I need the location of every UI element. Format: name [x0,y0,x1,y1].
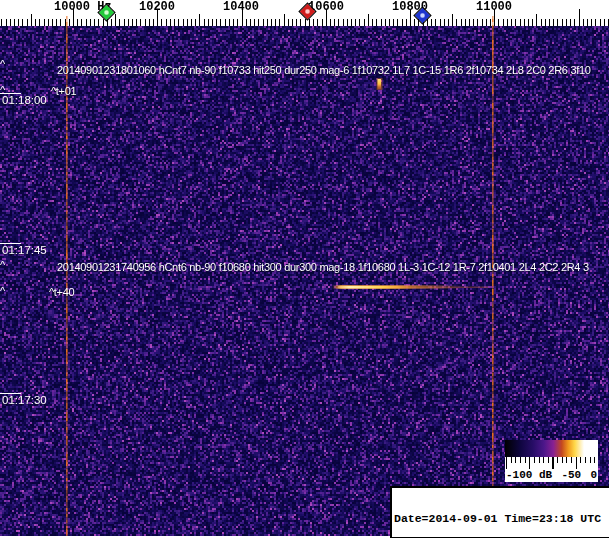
edge-caret-mark: ^ [0,285,5,297]
colorbar-ruler-ticks [505,457,598,469]
colorbar-gradient [505,440,598,457]
freq-tick-label: 10400 [223,0,259,14]
colorbar-max-label: 0 [590,469,597,481]
event-annotation-1: 20140901231801060 hCnt7 nb-90 f10733 hit… [57,64,591,76]
freq-tick-label: 11000 [476,0,512,14]
freq-tick-label: 10200 [139,0,175,14]
time-label: 01:17:45 [2,244,47,256]
colorbar-mid-label: -50 [561,469,581,481]
time-label: 01:17:30 [2,394,47,406]
colorbar-min-label: -100 dB [506,469,552,481]
event-annotation-2: 20140901231740956 hCnt6 nb-90 f10680 hit… [57,261,589,273]
edge-caret-mark: ^ [0,259,5,271]
time-label: 01:18:00 [2,94,47,106]
event-time-offset-2: ^t+40 [49,286,74,298]
edge-caret-mark: ^ [0,58,5,70]
db-colorbar-legend: -100 dB -50 0 [505,440,598,482]
station-info-box: Date=2014-09-01 Time=23:18 UTC Freq=143 … [390,486,609,538]
info-date-line: Date=2014-09-01 Time=23:18 UTC [394,513,609,525]
meteor-spectrogram-window: 10000 Hz 10200 10400 10600 10800 11000 2… [0,0,609,538]
event-time-offset-1: ^t+01 [51,85,76,97]
